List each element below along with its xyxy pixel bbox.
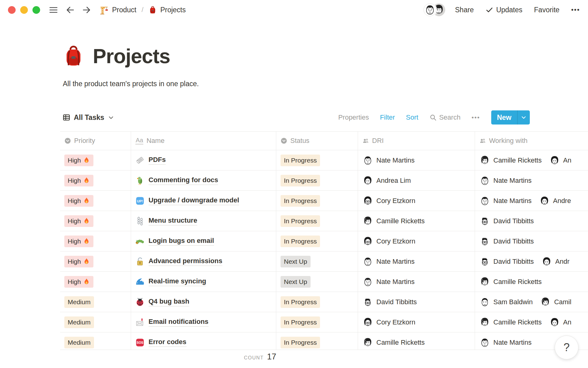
- cell-dri[interactable]: Cory Etzkorn: [358, 191, 475, 211]
- cell-priority[interactable]: High: [60, 231, 131, 251]
- cell-status[interactable]: In Progress: [276, 171, 358, 190]
- view-more-button[interactable]: •••: [472, 114, 480, 121]
- cell-dri[interactable]: Cory Etzkorn: [358, 312, 475, 332]
- page-link[interactable]: PDFs: [149, 156, 166, 165]
- column-header-name[interactable]: AaName: [131, 132, 276, 150]
- avatar-nate[interactable]: [424, 3, 436, 16]
- minimize-button[interactable]: [20, 6, 28, 14]
- cell-priority[interactable]: High: [60, 191, 131, 211]
- page-title[interactable]: Projects: [93, 44, 170, 68]
- column-header-dri[interactable]: DRI: [358, 132, 475, 150]
- cell-priority[interactable]: Medium: [60, 332, 131, 350]
- cell-priority[interactable]: Medium: [60, 292, 131, 312]
- cell-status[interactable]: In Progress: [276, 191, 358, 211]
- search-button[interactable]: Search: [429, 113, 461, 121]
- cell-working-with[interactable]: David Tibbitts: [475, 231, 588, 251]
- properties-button[interactable]: Properties: [338, 113, 369, 121]
- new-dropdown-button[interactable]: [517, 110, 530, 125]
- chevron-down-icon: [521, 115, 526, 120]
- cell-name[interactable]: Error codes: [131, 332, 276, 350]
- cell-name[interactable]: Login bugs on email: [131, 231, 276, 251]
- cell-status[interactable]: Next Up: [276, 272, 358, 292]
- help-button[interactable]: ?: [555, 335, 579, 359]
- priority-label: High: [68, 157, 81, 164]
- cell-name[interactable]: PDFs: [131, 150, 276, 170]
- cell-name[interactable]: Q4 bug bash: [131, 292, 276, 312]
- cell-status[interactable]: In Progress: [276, 231, 358, 251]
- view-switcher[interactable]: All Tasks: [62, 113, 114, 122]
- cell-working-with[interactable]: Camille Ricketts: [475, 272, 588, 292]
- ladybug-icon: [135, 297, 145, 307]
- cell-priority[interactable]: High: [60, 272, 131, 292]
- breadcrumb-item-projects[interactable]: Projects: [149, 6, 186, 14]
- filter-button[interactable]: Filter: [380, 113, 395, 121]
- cell-name[interactable]: Real-time syncing: [131, 272, 276, 292]
- count-footer[interactable]: COUNT 17: [60, 352, 276, 362]
- column-header-priority[interactable]: Priority: [60, 132, 131, 150]
- sort-button[interactable]: Sort: [406, 113, 418, 121]
- page-link[interactable]: Advanced permissions: [149, 257, 222, 266]
- cell-working-with[interactable]: Nate MartinsAndre: [475, 191, 588, 211]
- column-header-working-with[interactable]: Working with: [475, 132, 588, 150]
- cell-name[interactable]: Upgrade / downgrade model: [131, 191, 276, 211]
- cell-dri[interactable]: Nate Martins: [358, 150, 475, 170]
- new-button[interactable]: New: [491, 110, 517, 125]
- cell-working-with[interactable]: Nate Martins: [475, 171, 588, 190]
- cell-dri[interactable]: Camille Ricketts: [358, 332, 475, 350]
- cell-status[interactable]: Next Up: [276, 251, 358, 271]
- column-header-label: Working with: [489, 137, 528, 145]
- more-options-button[interactable]: •••: [571, 6, 580, 14]
- avatar-nate: [362, 256, 373, 267]
- page-link[interactable]: Menu structure: [149, 217, 197, 225]
- cell-status[interactable]: In Progress: [276, 150, 358, 170]
- page-link[interactable]: Commenting for docs: [149, 176, 218, 185]
- cell-name[interactable]: Commenting for docs: [131, 171, 276, 190]
- cell-status[interactable]: In Progress: [276, 211, 358, 231]
- cell-priority[interactable]: Medium: [60, 312, 131, 332]
- cell-name[interactable]: Menu structure: [131, 211, 276, 231]
- cell-status[interactable]: In Progress: [276, 312, 358, 332]
- sidebar-menu-icon[interactable]: [49, 5, 58, 15]
- cell-working-with[interactable]: Sam BaldwinCamil: [475, 292, 588, 312]
- cell-working-with[interactable]: Camille RickettsAn: [475, 312, 588, 332]
- cell-priority[interactable]: High: [60, 251, 131, 271]
- cell-dri[interactable]: Andrea Lim: [358, 171, 475, 190]
- priority-label: Medium: [68, 298, 91, 306]
- person: David Tibbitts: [479, 216, 534, 227]
- cell-status[interactable]: In Progress: [276, 292, 358, 312]
- forward-arrow-icon[interactable]: [82, 5, 91, 15]
- cell-status[interactable]: In Progress: [276, 332, 358, 350]
- person-icon: [479, 137, 486, 144]
- cell-dri[interactable]: Nate Martins: [358, 251, 475, 271]
- cell-dri[interactable]: David Tibbitts: [358, 292, 475, 312]
- person-name: Camille Ricketts: [493, 278, 542, 286]
- cell-priority[interactable]: High: [60, 171, 131, 190]
- page-link[interactable]: Login bugs on email: [149, 237, 214, 246]
- favorite-button[interactable]: Favorite: [534, 6, 560, 14]
- updates-button[interactable]: Updates: [485, 6, 522, 14]
- page-link[interactable]: Q4 bug bash: [149, 297, 189, 306]
- cell-working-with[interactable]: David TibbittsAndr: [475, 251, 588, 271]
- page-link[interactable]: Email notifications: [149, 318, 209, 327]
- column-header-label: Status: [290, 137, 309, 145]
- share-button[interactable]: Share: [455, 6, 474, 14]
- cell-name[interactable]: Email notifications: [131, 312, 276, 332]
- cell-priority[interactable]: High: [60, 211, 131, 231]
- page-link[interactable]: Error codes: [149, 338, 187, 347]
- cell-dri[interactable]: Camille Ricketts: [358, 211, 475, 231]
- column-header-status[interactable]: Status: [276, 132, 358, 150]
- close-button[interactable]: [8, 6, 16, 14]
- breadcrumb-item-product[interactable]: Product: [99, 5, 136, 15]
- cell-working-with[interactable]: Camille RickettsAn: [475, 150, 588, 170]
- page-description[interactable]: All the product team's projects in one p…: [63, 80, 199, 88]
- cell-working-with[interactable]: David Tibbitts: [475, 211, 588, 231]
- cell-dri[interactable]: Cory Etzkorn: [358, 231, 475, 251]
- cell-dri[interactable]: Nate Martins: [358, 272, 475, 292]
- back-arrow-icon[interactable]: [66, 5, 75, 15]
- cell-name[interactable]: Advanced permissions: [131, 251, 276, 271]
- cell-priority[interactable]: High: [60, 150, 131, 170]
- page-link[interactable]: Upgrade / downgrade model: [149, 196, 239, 205]
- page-link[interactable]: Real-time syncing: [149, 277, 206, 286]
- person-name: Nate Martins: [493, 197, 532, 205]
- zoom-button[interactable]: [32, 6, 40, 14]
